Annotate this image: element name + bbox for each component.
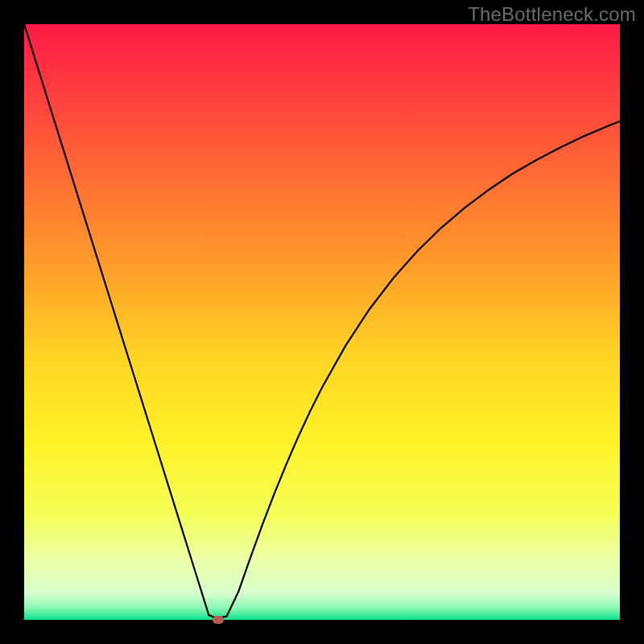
gradient-background	[24, 24, 620, 620]
bottleneck-chart	[24, 24, 620, 620]
watermark-text: TheBottleneck.com	[468, 3, 636, 26]
optimum-marker	[213, 616, 224, 624]
chart-frame	[24, 24, 620, 620]
